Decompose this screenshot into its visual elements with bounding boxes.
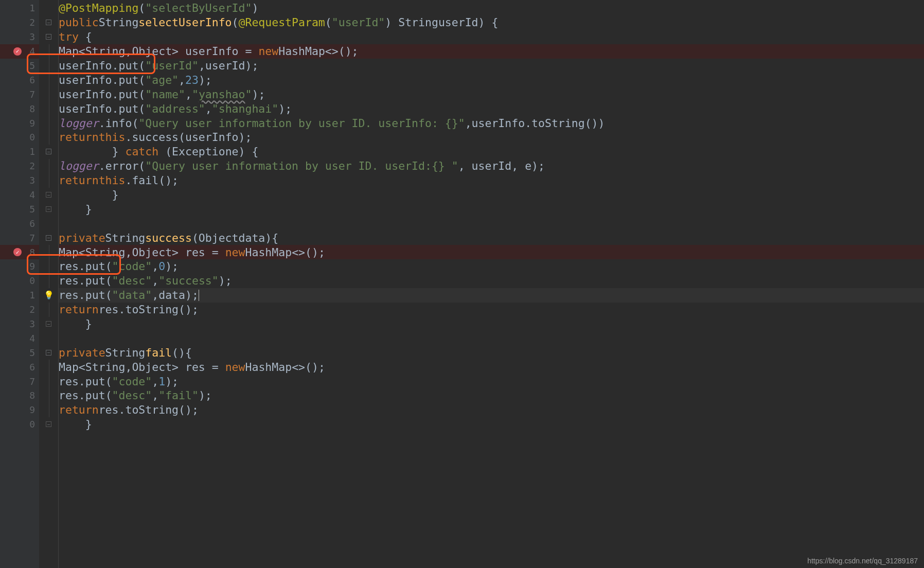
fold-close-icon[interactable] (46, 206, 51, 212)
code-line[interactable]: } catch (Exception e) { (59, 145, 924, 159)
fold-toggle-icon[interactable] (46, 20, 51, 25)
fold-toggle-icon[interactable] (46, 149, 51, 154)
line-number[interactable]: 5 (0, 59, 39, 73)
fold-gutter[interactable]: 💡 (39, 0, 59, 568)
code-line[interactable]: userInfo.put("address","shanghai"); (59, 101, 924, 116)
line-number[interactable]: 6 (0, 216, 39, 230)
line-number[interactable]: 9 (0, 403, 39, 417)
line-number[interactable]: 7 (0, 87, 39, 101)
line-number-gutter[interactable]: 1 2 3 4 5 6 7 8 9 0 1 2 3 4 5 6 7 8 9 0 … (0, 0, 39, 568)
code-line[interactable]: res.put("desc","fail"); (59, 388, 924, 403)
fold-toggle-icon[interactable] (46, 34, 51, 40)
line-number[interactable]: 4 (0, 188, 39, 202)
line-number[interactable]: 5 (0, 202, 39, 216)
line-number[interactable]: 8 (0, 101, 39, 116)
breakpoint-line[interactable]: 8 (0, 245, 39, 259)
text-caret (199, 290, 199, 301)
line-number[interactable]: 5 (0, 345, 39, 360)
code-line[interactable]: @PostMapping("selectByUserId") (59, 1, 924, 15)
line-number[interactable]: 6 (0, 360, 39, 374)
line-number[interactable]: 8 (0, 388, 39, 403)
code-line[interactable]: userInfo.put("age",23); (59, 73, 924, 87)
fold-close-icon[interactable] (46, 421, 51, 427)
code-editor[interactable]: 1 2 3 4 5 6 7 8 9 0 1 2 3 4 5 6 7 8 9 0 … (0, 0, 924, 568)
line-number[interactable]: 1 (0, 1, 39, 15)
code-line[interactable]: res.put("desc","success"); (59, 274, 924, 288)
line-number[interactable]: 7 (0, 230, 39, 245)
line-number[interactable]: 9 (0, 259, 39, 274)
line-number[interactable]: 6 (0, 73, 39, 87)
line-number[interactable]: 3 (0, 173, 39, 188)
code-line[interactable]: try { (59, 30, 924, 44)
line-number[interactable]: 3 (0, 30, 39, 44)
fold-close-icon[interactable] (46, 321, 51, 327)
code-line[interactable]: logger.error("Query user information by … (59, 159, 924, 173)
code-line[interactable]: logger.info("Query user information by u… (59, 116, 924, 130)
line-number[interactable]: 9 (0, 116, 39, 130)
intention-bulb-icon[interactable]: 💡 (44, 290, 54, 300)
code-line[interactable]: private String fail(){ (59, 345, 924, 360)
line-number[interactable]: 1 (0, 288, 39, 303)
line-number[interactable]: 0 (0, 274, 39, 288)
code-line[interactable]: return res.toString(); (59, 303, 924, 317)
code-area[interactable]: @PostMapping("selectByUserId") public St… (59, 0, 924, 568)
line-number[interactable]: 0 (0, 417, 39, 432)
line-number[interactable]: 0 (0, 130, 39, 145)
code-line[interactable]: return res.toString(); (59, 403, 924, 417)
watermark-text: https://blog.csdn.net/qq_31289187 (807, 557, 918, 565)
code-line[interactable]: return this.fail(); (59, 173, 924, 188)
code-line[interactable]: Map<String,Object> res = new HashMap<>()… (59, 360, 924, 374)
code-line[interactable]: } (59, 317, 924, 331)
code-line[interactable]: return this.success(userInfo); (59, 130, 924, 145)
breakpoint-icon[interactable] (13, 248, 22, 256)
code-line[interactable]: } (59, 188, 924, 202)
fold-toggle-icon[interactable] (46, 235, 51, 241)
line-number[interactable]: 2 (0, 303, 39, 317)
code-line[interactable]: public String selectUserInfo(@RequestPar… (59, 15, 924, 30)
code-line[interactable]: userInfo.put("name","yanshao"); (59, 87, 924, 101)
code-line[interactable]: } (59, 417, 924, 432)
code-line[interactable]: res.put("code",1); (59, 374, 924, 388)
code-line[interactable] (59, 331, 924, 345)
code-line[interactable]: Map<String,Object> userInfo = new HashMa… (59, 44, 924, 59)
line-number[interactable]: 2 (0, 15, 39, 30)
line-number[interactable]: 2 (0, 159, 39, 173)
fold-toggle-icon[interactable] (46, 350, 51, 356)
code-line[interactable]: } (59, 202, 924, 216)
fold-close-icon[interactable] (46, 192, 51, 198)
code-line[interactable]: Map<String,Object> res = new HashMap<>()… (59, 245, 924, 259)
line-number[interactable]: 3 (0, 317, 39, 331)
code-line[interactable]: private String success(Object data){ (59, 230, 924, 245)
code-line[interactable]: res.put("data",data); (59, 288, 924, 303)
line-number[interactable]: 7 (0, 374, 39, 388)
line-number[interactable]: 1 (0, 145, 39, 159)
breakpoint-icon[interactable] (13, 47, 22, 56)
code-line[interactable]: res.put("code",0); (59, 259, 924, 274)
breakpoint-line[interactable]: 4 (0, 44, 39, 59)
code-line[interactable]: userInfo.put("userId",userId); (59, 59, 924, 73)
line-number[interactable]: 4 (0, 331, 39, 345)
code-line[interactable] (59, 216, 924, 230)
